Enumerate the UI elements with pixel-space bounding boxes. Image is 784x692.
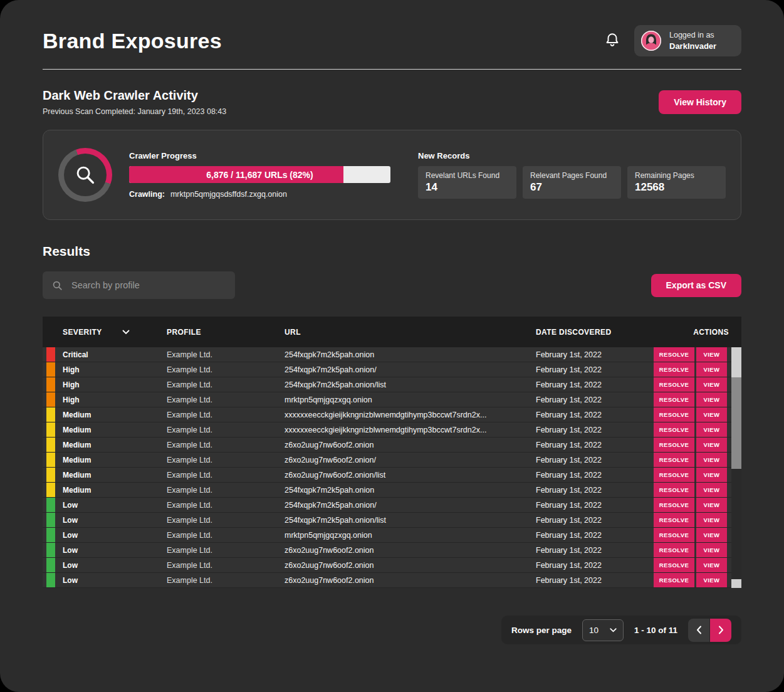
view-button[interactable]: VIEW [696, 362, 727, 377]
url-cell: xxxxxxeecckgieijkkngnizblwnemdgtihymp3bc… [285, 426, 536, 434]
scrollbar-top-cap[interactable] [731, 347, 741, 377]
resolve-button[interactable]: RESOLVE [654, 407, 694, 422]
results-heading: Results [43, 244, 741, 259]
avatar [640, 30, 662, 51]
progress-text: 6,876 / 11,687 URLs (82%) [129, 166, 390, 183]
view-button[interactable]: VIEW [696, 392, 727, 407]
scrollbar-thumb[interactable] [731, 377, 741, 469]
rows-per-page-select[interactable]: 10 [582, 619, 624, 641]
resolve-button[interactable]: RESOLVE [654, 422, 694, 437]
page-title: Brand Exposures [43, 29, 222, 53]
severity-cell: Medium [63, 486, 167, 495]
table-row: MediumExample Ltd.254fxqpk7m2k5pah.onion… [43, 483, 741, 498]
resolve-button[interactable]: RESOLVE [654, 392, 694, 407]
search-input[interactable] [70, 280, 226, 291]
view-button[interactable]: VIEW [696, 483, 727, 497]
resolve-button[interactable]: RESOLVE [654, 558, 694, 572]
header-url: URL [285, 328, 536, 337]
date-cell: February 1st, 2022 [536, 561, 654, 570]
crawler-progress-ring [58, 148, 112, 202]
table-row: HighExample Ltd.mrktpn5qmjgqzxgq.onionFe… [43, 392, 741, 407]
table-row: MediumExample Ltd.z6xo2uug7nw6oof2.onion… [43, 438, 741, 453]
view-button[interactable]: VIEW [696, 468, 727, 482]
date-cell: February 1st, 2022 [536, 426, 654, 434]
severity-cell: Low [63, 531, 167, 540]
resolve-button[interactable]: RESOLVE [654, 498, 694, 512]
view-button[interactable]: VIEW [696, 407, 727, 422]
resolve-button[interactable]: RESOLVE [654, 528, 694, 542]
view-button[interactable]: VIEW [696, 453, 727, 467]
resolve-button[interactable]: RESOLVE [654, 483, 694, 497]
profile-cell: Example Ltd. [167, 396, 285, 404]
profile-cell: Example Ltd. [167, 411, 285, 419]
scrollbar-bottom-cap[interactable] [731, 579, 741, 588]
severity-color-bar [46, 422, 55, 437]
view-button[interactable]: VIEW [696, 347, 727, 362]
url-cell: z6xo2uug7nw6oof2.onion [285, 441, 536, 449]
view-button[interactable]: VIEW [696, 438, 727, 452]
logged-in-as-label: Logged in as [669, 30, 716, 41]
date-cell: February 1st, 2022 [536, 486, 654, 495]
header: Brand Exposures [43, 0, 741, 56]
resolve-button[interactable]: RESOLVE [654, 347, 694, 362]
resolve-button[interactable]: RESOLVE [654, 377, 694, 392]
progress-bar: 6,876 / 11,687 URLs (82%) [129, 166, 390, 183]
severity-color-bar [46, 438, 55, 452]
date-cell: February 1st, 2022 [536, 516, 654, 525]
profile-cell: Example Ltd. [167, 546, 285, 555]
app: Brand Exposures [0, 0, 784, 692]
url-cell: 254fxqpk7m2k5pah.onion/list [285, 516, 536, 525]
header-severity: SEVERITY [63, 328, 167, 337]
severity-color-bar [46, 528, 55, 542]
view-button[interactable]: VIEW [696, 422, 727, 437]
profile-cell: Example Ltd. [167, 501, 285, 510]
resolve-button[interactable]: RESOLVE [654, 543, 694, 557]
view-button[interactable]: VIEW [696, 573, 727, 587]
resolve-button[interactable]: RESOLVE [654, 362, 694, 377]
severity-color-bar [46, 453, 55, 467]
view-button[interactable]: VIEW [696, 377, 727, 392]
severity-cell: High [63, 380, 167, 389]
profile-cell: Example Ltd. [167, 531, 285, 540]
table-row: MediumExample Ltd.z6xo2uug7nw6oof2.onion… [43, 453, 741, 468]
user-chip[interactable]: Logged in as DarkInvader [634, 25, 741, 56]
severity-sort-chevron-icon[interactable] [122, 330, 130, 335]
notifications-button[interactable] [604, 32, 620, 50]
url-cell: mrktpn5qmjgqzxgq.onion [285, 396, 536, 404]
table-row: MediumExample Ltd.xxxxxxeecckgieijkkngni… [43, 422, 741, 438]
resolve-button[interactable]: RESOLVE [654, 438, 694, 452]
crawler-progress-label: Crawler Progress [129, 151, 390, 160]
view-history-button[interactable]: View History [659, 90, 741, 114]
resolve-button[interactable]: RESOLVE [654, 453, 694, 467]
severity-color-bar [46, 483, 55, 497]
view-button[interactable]: VIEW [696, 558, 727, 572]
next-page-button[interactable] [710, 619, 731, 642]
export-csv-button[interactable]: Export as CSV [651, 274, 741, 297]
table-scrollbar[interactable] [731, 347, 741, 588]
table-row: LowExample Ltd.z6xo2uug7nw6oof2.onionFeb… [43, 558, 741, 573]
view-button[interactable]: VIEW [696, 498, 727, 512]
profile-cell: Example Ltd. [167, 365, 285, 374]
date-cell: February 1st, 2022 [536, 411, 654, 419]
url-cell: 254fxqpk7m2k5pah.onion/ [285, 365, 536, 374]
severity-color-bar [46, 468, 55, 482]
view-button[interactable]: VIEW [696, 513, 727, 527]
profile-cell: Example Ltd. [167, 380, 285, 389]
date-cell: February 1st, 2022 [536, 365, 654, 374]
resolve-button[interactable]: RESOLVE [654, 573, 694, 587]
date-cell: February 1st, 2022 [536, 441, 654, 449]
resolve-button[interactable]: RESOLVE [654, 468, 694, 482]
view-button[interactable]: VIEW [696, 528, 727, 542]
url-cell: z6xo2uug7nw6oof2.onion [285, 561, 536, 570]
table-row: CriticalExample Ltd.254fxqpk7m2k5pah.oni… [43, 347, 741, 362]
url-cell: 254fxqpk7m2k5pah.onion/list [285, 380, 536, 389]
date-cell: February 1st, 2022 [536, 350, 654, 359]
date-cell: February 1st, 2022 [536, 546, 654, 555]
crawling-url: mrktpn5qmjgqsdsffdsf.zxgq.onion [170, 190, 287, 199]
header-profile: PROFILE [167, 328, 285, 337]
severity-cell: High [63, 396, 167, 404]
resolve-button[interactable]: RESOLVE [654, 513, 694, 527]
view-button[interactable]: VIEW [696, 543, 727, 557]
previous-page-button[interactable] [688, 619, 709, 642]
url-cell: 254fxqpk7m2k5pah.onion [285, 486, 536, 495]
